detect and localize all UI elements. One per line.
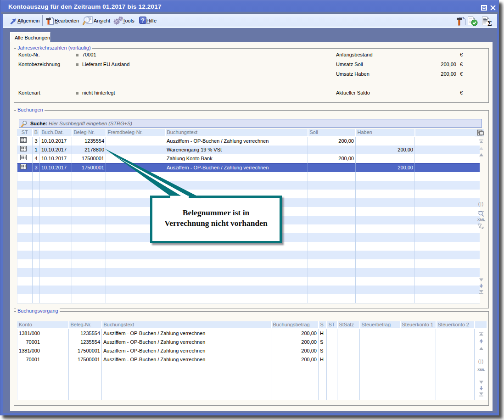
svg-text:Σ: Σ (487, 20, 492, 27)
svg-text:?: ? (141, 17, 144, 24)
